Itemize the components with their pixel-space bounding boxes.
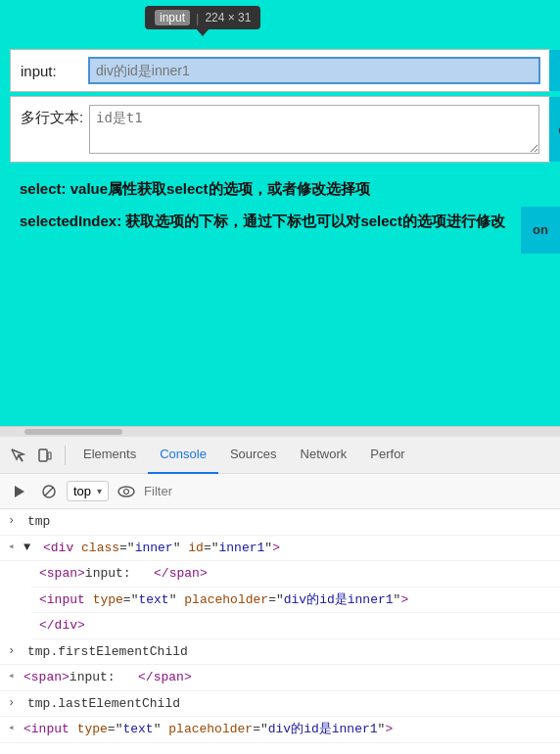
console-line-5: </div> <box>31 613 560 639</box>
on-label-3: on <box>533 220 548 240</box>
svg-rect-0 <box>39 449 47 461</box>
arrow-9[interactable]: ◂ <box>8 720 22 736</box>
run-icon-btn[interactable] <box>8 480 31 503</box>
tab-sources[interactable]: Sources <box>218 437 289 474</box>
arrow-1[interactable]: › <box>8 512 22 530</box>
context-dropdown-arrow: ▾ <box>97 486 102 496</box>
console-line-3: <span>input: </span> <box>31 561 560 588</box>
tooltip-sep: | <box>196 11 199 25</box>
console-line-6: › tmp.firstElementChild <box>0 639 560 666</box>
console-toolbar: top ▾ <box>0 474 560 509</box>
console-text-8: tmp.lastElementChild <box>27 694 180 714</box>
context-value: top <box>73 484 91 498</box>
tooltip-size: 224 × 31 <box>205 11 251 24</box>
arrow-2[interactable]: ◂ <box>8 539 22 555</box>
devtools-panel: Elements Console Sources Network Perfor <box>0 426 560 754</box>
filter-input[interactable] <box>144 484 552 498</box>
console-text-5: </div> <box>39 616 85 636</box>
svg-rect-1 <box>48 452 51 459</box>
arrow-7[interactable]: ◂ <box>8 668 22 684</box>
context-select[interactable]: top ▾ <box>67 481 109 501</box>
console-text-3: <span>input: </span> <box>39 564 208 584</box>
textarea-label: 多行文本: <box>21 105 89 127</box>
textarea-field[interactable] <box>89 105 539 154</box>
console-line-4: <input type="text" placeholder="div的id是i… <box>31 588 560 614</box>
console-text-2: <div class="inner" id="inner1"> <box>43 539 280 558</box>
console-line-7: ◂ <span>input: </span> <box>0 665 560 691</box>
console-text-9: <input type="text" placeholder="div的id是i… <box>23 720 393 739</box>
expand-arrow-2[interactable]: ▼ <box>23 539 37 556</box>
input-label: input: <box>21 63 89 79</box>
devtools-tabs: Elements Console Sources Network Perfor <box>0 437 560 474</box>
description-2: selectedIndex: 获取选项的下标，通过下标也可以对select的选项… <box>10 207 550 239</box>
arrow-8[interactable]: › <box>8 694 22 712</box>
console-text-1: tmp <box>27 512 50 532</box>
svg-line-4 <box>45 487 54 495</box>
tab-console[interactable]: Console <box>148 437 218 474</box>
horizontal-scrollbar[interactable] <box>0 427 560 437</box>
input-field[interactable] <box>89 58 539 83</box>
arrow-6[interactable]: › <box>8 642 22 660</box>
tab-elements[interactable]: Elements <box>71 437 148 474</box>
console-line-9: ◂ <input type="text" placeholder="div的id… <box>0 717 560 743</box>
console-output: › tmp ◂ ▼ <div class="inner" id="inner1"… <box>0 509 560 754</box>
console-line-2: ◂ ▼ <div class="inner" id="inner1"> <box>0 536 560 562</box>
tooltip-tag: input <box>155 10 190 25</box>
tab-performance[interactable]: Perfor <box>358 437 416 474</box>
scrollbar-thumb[interactable] <box>24 429 122 435</box>
console-text-4: <input type="text" placeholder="div的id是i… <box>39 590 408 610</box>
svg-marker-2 <box>15 486 24 497</box>
clear-icon-btn[interactable] <box>37 480 61 503</box>
console-text-6: tmp.firstElementChild <box>27 642 188 662</box>
inspect-icon-btn[interactable] <box>4 442 31 469</box>
svg-point-5 <box>118 487 134 496</box>
console-line-1: › tmp <box>0 509 560 536</box>
device-icon-btn[interactable] <box>31 442 59 469</box>
element-tooltip: input | 224 × 31 <box>145 6 260 29</box>
svg-point-6 <box>124 489 129 494</box>
tab-network[interactable]: Network <box>289 437 359 474</box>
description-1: select: value属性获取select的选项，或者修改选择项 <box>10 166 550 207</box>
page-content: input: on 多行文本: onb select: value属性获取sel… <box>0 0 560 238</box>
tab-separator <box>65 446 66 465</box>
eye-icon-btn[interactable] <box>115 480 138 503</box>
console-line-8: › tmp.lastElementChild <box>0 691 560 718</box>
console-text-7: <span>input: </span> <box>23 668 192 687</box>
